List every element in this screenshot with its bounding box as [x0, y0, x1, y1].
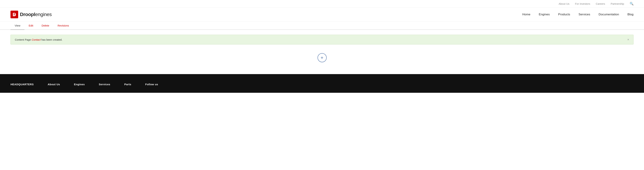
utility-link-investors[interactable]: For investors	[575, 2, 590, 5]
nav-home[interactable]: Home	[522, 13, 530, 16]
utility-link-about[interactable]: About Us	[559, 2, 570, 5]
footer-col-parts: Parts	[124, 83, 131, 86]
svg-point-3	[14, 14, 15, 15]
nav-engines[interactable]: Engines	[539, 13, 550, 16]
footer-grid: HEADQUARTERS About Us Engines Services P…	[10, 83, 634, 86]
nav-products[interactable]: Products	[558, 13, 570, 16]
utility-link-partnership[interactable]: Partnership	[610, 2, 624, 5]
logo-icon: D	[10, 11, 18, 18]
logo-text: Drooplengines	[20, 12, 52, 17]
footer-col-about: About Us	[48, 83, 60, 86]
alert-success: Content Page Contact has been created. ×	[10, 35, 634, 44]
main-header: D Drooplengines Home Engines Products Se…	[0, 7, 644, 22]
tab-delete[interactable]: Delete	[38, 22, 53, 29]
alert-close-button[interactable]: ×	[627, 38, 629, 41]
footer-col-engines: Engines	[74, 83, 85, 86]
utility-link-careers[interactable]: Careers	[596, 2, 605, 5]
add-content-button[interactable]: +	[318, 53, 327, 62]
tab-view[interactable]: View	[10, 22, 24, 30]
footer-col-parts-title: Parts	[124, 83, 131, 86]
logo-area[interactable]: D Drooplengines	[10, 11, 52, 18]
sub-tabs: View Edit Delete Revisions	[0, 22, 644, 30]
search-icon[interactable]: 🔍	[630, 2, 634, 5]
footer-col-services: Services	[99, 83, 110, 86]
tab-revisions[interactable]: Revisions	[53, 22, 73, 29]
footer-col-followus: Follow us	[145, 83, 158, 86]
footer-col-followus-title: Follow us	[145, 83, 158, 86]
nav-blog[interactable]: Blog	[628, 13, 634, 16]
footer-col-headquarters-title: HEADQUARTERS	[10, 83, 34, 86]
alert-text: Content Page Contact has been created.	[15, 38, 62, 41]
footer: HEADQUARTERS About Us Engines Services P…	[0, 74, 644, 93]
footer-col-about-title: About Us	[48, 83, 60, 86]
footer-col-headquarters: HEADQUARTERS	[10, 83, 34, 86]
footer-col-services-title: Services	[99, 83, 110, 86]
add-button-area: +	[10, 50, 634, 69]
content-area: Content Page Contact has been created. ×…	[0, 30, 644, 74]
nav-services[interactable]: Services	[578, 13, 590, 16]
tab-edit[interactable]: Edit	[24, 22, 38, 29]
footer-col-engines-title: Engines	[74, 83, 85, 86]
main-nav: Home Engines Products Services Documenta…	[522, 13, 634, 16]
nav-documentation[interactable]: Documentation	[598, 13, 619, 16]
alert-contact-link[interactable]: Contact	[32, 38, 41, 41]
utility-bar: About Us For investors Careers Partnersh…	[0, 0, 644, 7]
